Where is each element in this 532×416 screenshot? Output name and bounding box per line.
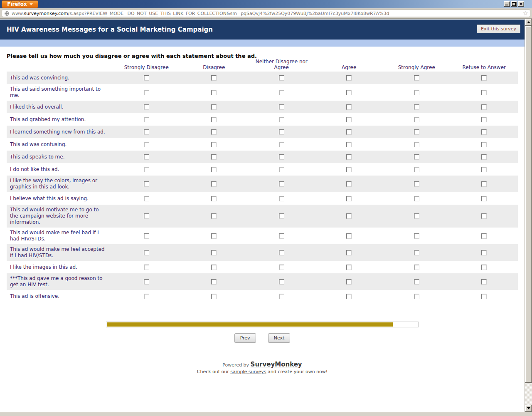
- checkbox-row3-col1[interactable]: [144, 104, 149, 110]
- surveymonkey-link[interactable]: SurveyMonkey: [251, 361, 302, 368]
- checkbox-row13-col1[interactable]: [144, 250, 149, 255]
- minimize-button[interactable]: [504, 1, 510, 7]
- vertical-scrollbar[interactable]: [525, 19, 532, 412]
- checkbox-row11-col5[interactable]: [414, 213, 419, 219]
- checkbox-row4-col6[interactable]: [481, 117, 487, 122]
- checkbox-row14-col4[interactable]: [346, 265, 352, 270]
- checkbox-row4-col4[interactable]: [346, 117, 352, 122]
- checkbox-row8-col4[interactable]: [346, 167, 352, 172]
- checkbox-row4-col3[interactable]: [279, 117, 284, 122]
- checkbox-row1-col3[interactable]: [279, 75, 284, 81]
- checkbox-row10-col4[interactable]: [346, 196, 352, 201]
- sample-surveys-link[interactable]: sample surveys: [230, 369, 266, 374]
- checkbox-row13-col3[interactable]: [279, 250, 284, 255]
- checkbox-row5-col1[interactable]: [144, 129, 149, 135]
- checkbox-row2-col4[interactable]: [346, 90, 352, 95]
- checkbox-row11-col2[interactable]: [211, 213, 217, 219]
- checkbox-row7-col3[interactable]: [279, 154, 284, 160]
- checkbox-row1-col5[interactable]: [414, 75, 419, 81]
- checkbox-row11-col4[interactable]: [346, 213, 352, 219]
- scroll-up-button[interactable]: [525, 19, 532, 26]
- checkbox-row3-col5[interactable]: [414, 104, 419, 110]
- checkbox-row7-col6[interactable]: [481, 154, 487, 160]
- checkbox-row1-col1[interactable]: [144, 75, 149, 81]
- checkbox-row7-col4[interactable]: [346, 154, 352, 160]
- checkbox-row15-col4[interactable]: [346, 279, 352, 285]
- close-button[interactable]: ×: [518, 1, 524, 7]
- checkbox-row9-col3[interactable]: [279, 181, 284, 187]
- checkbox-row13-col6[interactable]: [481, 250, 487, 255]
- exit-survey-button[interactable]: Exit this survey: [477, 25, 520, 33]
- checkbox-row8-col1[interactable]: [144, 167, 149, 172]
- checkbox-row9-col2[interactable]: [211, 181, 217, 187]
- checkbox-row8-col6[interactable]: [481, 167, 487, 172]
- checkbox-row15-col5[interactable]: [414, 279, 419, 285]
- checkbox-row10-col6[interactable]: [481, 196, 487, 201]
- checkbox-row2-col5[interactable]: [414, 90, 419, 95]
- checkbox-row16-col5[interactable]: [414, 294, 419, 299]
- checkbox-row13-col4[interactable]: [346, 250, 352, 255]
- checkbox-row16-col2[interactable]: [211, 294, 217, 299]
- checkbox-row9-col6[interactable]: [481, 181, 487, 187]
- checkbox-row1-col4[interactable]: [346, 75, 352, 81]
- scrollbar-thumb[interactable]: [525, 26, 532, 383]
- checkbox-row8-col2[interactable]: [211, 167, 217, 172]
- checkbox-row2-col2[interactable]: [211, 90, 217, 95]
- restore-button[interactable]: [511, 1, 517, 7]
- checkbox-row13-col2[interactable]: [211, 250, 217, 255]
- checkbox-row9-col5[interactable]: [414, 181, 419, 187]
- checkbox-row1-col2[interactable]: [211, 75, 217, 81]
- checkbox-row2-col3[interactable]: [279, 90, 284, 95]
- checkbox-row11-col3[interactable]: [279, 213, 284, 219]
- checkbox-row15-col2[interactable]: [211, 279, 217, 285]
- checkbox-row14-col3[interactable]: [279, 265, 284, 270]
- checkbox-row13-col5[interactable]: [414, 250, 419, 255]
- checkbox-row5-col4[interactable]: [346, 129, 352, 135]
- address-bar[interactable]: www.surveymonkey.com/s.aspx?PREVIEW_MODE…: [2, 10, 530, 17]
- checkbox-row9-col1[interactable]: [144, 181, 149, 187]
- checkbox-row6-col1[interactable]: [144, 142, 149, 147]
- checkbox-row6-col6[interactable]: [481, 142, 487, 147]
- next-button[interactable]: Next: [268, 333, 291, 343]
- checkbox-row15-col1[interactable]: [144, 279, 149, 285]
- checkbox-row10-col3[interactable]: [279, 196, 284, 201]
- checkbox-row14-col6[interactable]: [481, 265, 487, 270]
- checkbox-row16-col6[interactable]: [481, 294, 487, 299]
- checkbox-row12-col3[interactable]: [279, 233, 284, 239]
- checkbox-row7-col1[interactable]: [144, 154, 149, 160]
- checkbox-row12-col6[interactable]: [481, 233, 487, 239]
- checkbox-row5-col3[interactable]: [279, 129, 284, 135]
- checkbox-row8-col5[interactable]: [414, 167, 419, 172]
- checkbox-row10-col5[interactable]: [414, 196, 419, 201]
- checkbox-row4-col5[interactable]: [414, 117, 419, 122]
- checkbox-row14-col1[interactable]: [144, 265, 149, 270]
- checkbox-row11-col6[interactable]: [481, 213, 487, 219]
- checkbox-row6-col2[interactable]: [211, 142, 217, 147]
- checkbox-row7-col5[interactable]: [414, 154, 419, 160]
- checkbox-row16-col3[interactable]: [279, 294, 284, 299]
- checkbox-row8-col3[interactable]: [279, 167, 284, 172]
- checkbox-row12-col5[interactable]: [414, 233, 419, 239]
- checkbox-row3-col6[interactable]: [481, 104, 487, 110]
- checkbox-row2-col1[interactable]: [144, 90, 149, 95]
- checkbox-row5-col5[interactable]: [414, 129, 419, 135]
- checkbox-row2-col6[interactable]: [481, 90, 487, 95]
- checkbox-row10-col1[interactable]: [144, 196, 149, 201]
- checkbox-row16-col1[interactable]: [144, 294, 149, 299]
- checkbox-row15-col3[interactable]: [279, 279, 284, 285]
- bookmark-star-icon[interactable]: ☆: [523, 10, 528, 16]
- checkbox-row6-col4[interactable]: [346, 142, 352, 147]
- checkbox-row11-col1[interactable]: [144, 213, 149, 219]
- checkbox-row14-col2[interactable]: [211, 265, 217, 270]
- checkbox-row7-col2[interactable]: [211, 154, 217, 160]
- checkbox-row10-col2[interactable]: [211, 196, 217, 201]
- checkbox-row14-col5[interactable]: [414, 265, 419, 270]
- checkbox-row12-col2[interactable]: [211, 233, 217, 239]
- checkbox-row5-col2[interactable]: [211, 129, 217, 135]
- prev-button[interactable]: Prev: [234, 333, 256, 343]
- checkbox-row5-col6[interactable]: [481, 129, 487, 135]
- checkbox-row3-col3[interactable]: [279, 104, 284, 110]
- checkbox-row12-col4[interactable]: [346, 233, 352, 239]
- checkbox-row16-col4[interactable]: [346, 294, 352, 299]
- checkbox-row3-col4[interactable]: [346, 104, 352, 110]
